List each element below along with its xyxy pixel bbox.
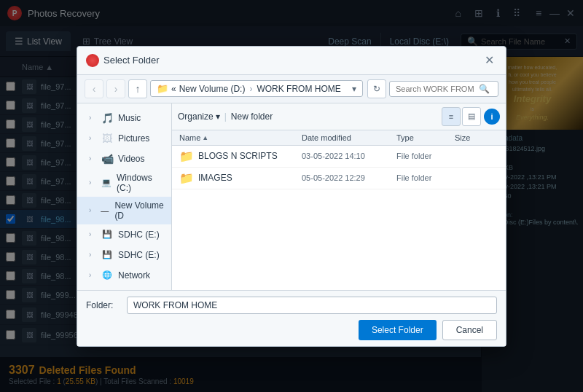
refresh-button[interactable]: ↻ bbox=[367, 79, 386, 98]
list-view-button[interactable]: ≡ bbox=[442, 107, 461, 126]
path-part-2: WORK FROM HOME bbox=[257, 84, 340, 94]
path-part-1: New Volume (D:) bbox=[179, 84, 246, 94]
modal-search-box: 🔍 bbox=[389, 81, 498, 97]
expand-icon: › bbox=[89, 154, 96, 162]
path-folder-icon: 📁 bbox=[157, 83, 168, 94]
expand-icon: › bbox=[89, 179, 95, 187]
sdhc-icon2: 💾 bbox=[101, 248, 114, 262]
sidebar-item-new-volume-d[interactable]: › — New Volume (D bbox=[77, 197, 171, 224]
file-type-2: File folder bbox=[396, 173, 455, 182]
flh-name: Name ▲ bbox=[179, 133, 302, 142]
folder-icon-1: 📁 bbox=[179, 149, 194, 163]
sidebar-item-sdhc-e1[interactable]: › 💾 SDHC (E:) bbox=[77, 224, 171, 245]
cancel-button[interactable]: Cancel bbox=[442, 320, 497, 340]
modal-content: › 🎵 Music › 🖼 Pictures › 📹 Videos bbox=[77, 103, 506, 290]
network-icon: 🌐 bbox=[101, 269, 114, 282]
expand-icon: › bbox=[89, 230, 96, 238]
file-date-1: 03-05-2022 14:10 bbox=[302, 152, 396, 160]
view-controls: ≡ ▤ bbox=[442, 107, 481, 126]
select-folder-button[interactable]: Select Folder bbox=[359, 320, 437, 340]
modal-close-button[interactable]: ✕ bbox=[481, 52, 497, 68]
sidebar-item-network[interactable]: › 🌐 Network bbox=[77, 265, 171, 286]
back-button[interactable]: ‹ bbox=[85, 79, 103, 98]
pictures-icon: 🖼 bbox=[101, 132, 114, 145]
sidebar-item-windows-c[interactable]: › 💻 Windows (C:) bbox=[77, 169, 171, 197]
modal-buttons: Select Folder Cancel bbox=[86, 320, 497, 340]
modal-title: Select Folder bbox=[103, 55, 481, 66]
expand-icon: › bbox=[89, 134, 96, 142]
modal-main: Organize ▾ | New folder ≡ ▤ i bbox=[172, 103, 506, 290]
folder-icon-2: 📁 bbox=[179, 171, 194, 185]
new-folder-button[interactable]: New folder bbox=[231, 111, 273, 122]
modal-search-input[interactable] bbox=[396, 85, 476, 93]
file-name-1: 📁 BLOGS N SCRIPTS bbox=[179, 149, 302, 163]
modal-search-icon[interactable]: 🔍 bbox=[479, 84, 490, 94]
modal-logo bbox=[86, 54, 99, 67]
modal-sidebar: › 🎵 Music › 🖼 Pictures › 📹 Videos bbox=[77, 103, 172, 290]
modal-title-bar: Select Folder ✕ bbox=[77, 47, 506, 75]
file-date-2: 05-05-2022 12:29 bbox=[302, 173, 396, 182]
organize-dropdown-icon: ▾ bbox=[216, 111, 220, 122]
modal-action-bar: Organize ▾ | New folder ≡ ▤ i bbox=[172, 103, 506, 130]
info-button[interactable]: i bbox=[484, 109, 500, 125]
sdhc-icon: 💾 bbox=[101, 228, 114, 241]
file-type-1: File folder bbox=[396, 152, 455, 160]
file-list-header: Name ▲ Date modified Type Size bbox=[172, 130, 506, 146]
drive-c-icon: 💻 bbox=[100, 176, 112, 189]
videos-icon: 📹 bbox=[101, 152, 114, 165]
select-folder-modal: Select Folder ✕ ‹ › ↑ 📁 « New Volume (D:… bbox=[77, 46, 506, 347]
modal-toolbar: ‹ › ↑ 📁 « New Volume (D:) › WORK FROM HO… bbox=[77, 75, 506, 103]
drive-d-icon: — bbox=[99, 204, 110, 217]
expand-icon: › bbox=[89, 114, 96, 122]
path-dropdown-icon[interactable]: ▾ bbox=[352, 84, 356, 94]
path-bar: 📁 « New Volume (D:) › WORK FROM HOME ▾ bbox=[150, 80, 363, 97]
details-view-button[interactable]: ▤ bbox=[462, 107, 481, 126]
folder-input-row: Folder: bbox=[86, 297, 497, 314]
forward-button[interactable]: › bbox=[106, 79, 125, 98]
file-name-2: 📁 IMAGES bbox=[179, 171, 302, 185]
up-button[interactable]: ↑ bbox=[128, 79, 147, 98]
file-list: 📁 BLOGS N SCRIPTS 03-05-2022 14:10 File … bbox=[172, 146, 506, 290]
organize-button[interactable]: Organize ▾ bbox=[178, 111, 220, 122]
flh-size: Size bbox=[455, 133, 498, 142]
sidebar-item-videos[interactable]: › 📹 Videos bbox=[77, 149, 171, 169]
modal-overlay: Select Folder ✕ ‹ › ↑ 📁 « New Volume (D:… bbox=[0, 0, 583, 392]
modal-bottom: Folder: Select Folder Cancel bbox=[77, 290, 506, 346]
expand-icon: › bbox=[89, 271, 96, 279]
file-row-2[interactable]: 📁 IMAGES 05-05-2022 12:29 File folder bbox=[172, 168, 506, 189]
folder-label: Folder: bbox=[86, 300, 121, 310]
music-icon: 🎵 bbox=[101, 111, 114, 125]
expand-icon: › bbox=[89, 206, 95, 214]
app-container: P Photos Recovery ⌂ ⊞ ℹ ⠿ ≡ — ✕ ☰ List V… bbox=[0, 0, 583, 392]
folder-input[interactable] bbox=[127, 297, 497, 314]
flh-date: Date modified bbox=[302, 133, 396, 142]
sidebar-item-music[interactable]: › 🎵 Music bbox=[77, 108, 171, 128]
flh-type: Type bbox=[396, 133, 455, 142]
sidebar-item-sdhc-e2[interactable]: › 💾 SDHC (E:) bbox=[77, 245, 171, 265]
file-row-1[interactable]: 📁 BLOGS N SCRIPTS 03-05-2022 14:10 File … bbox=[172, 146, 506, 168]
expand-icon: › bbox=[89, 251, 96, 259]
sidebar-item-pictures[interactable]: › 🖼 Pictures bbox=[77, 128, 171, 149]
